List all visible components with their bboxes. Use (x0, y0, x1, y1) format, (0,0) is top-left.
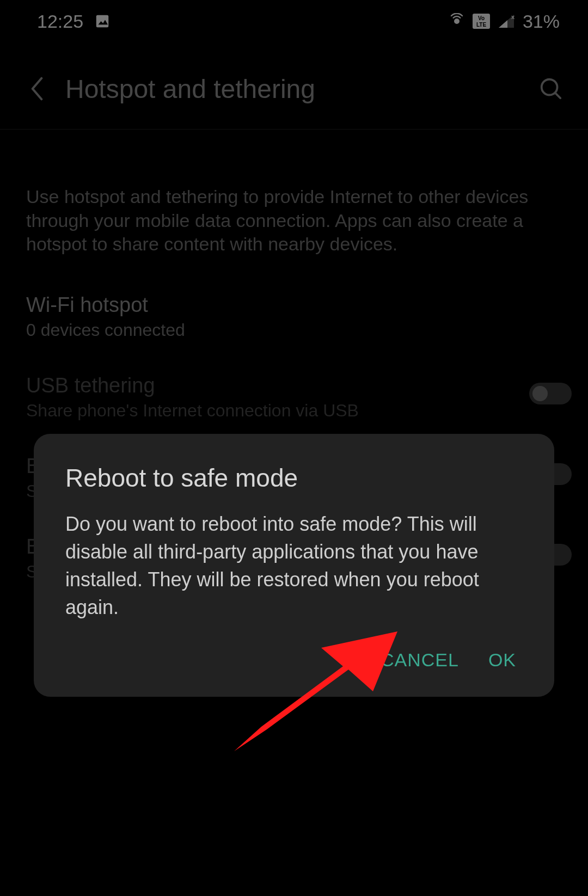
reboot-safe-mode-dialog: Reboot to safe mode Do you want to reboo… (34, 434, 554, 697)
ok-button[interactable]: OK (488, 649, 516, 671)
dialog-title: Reboot to safe mode (65, 463, 523, 493)
cancel-button[interactable]: CANCEL (381, 649, 459, 671)
dialog-actions: CANCEL OK (65, 649, 523, 671)
dialog-message: Do you want to reboot into safe mode? Th… (65, 510, 523, 621)
